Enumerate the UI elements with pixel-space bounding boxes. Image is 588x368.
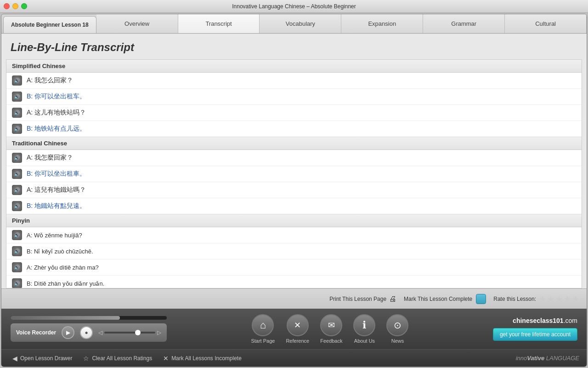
table-row: 🔊 A: Wǒ zěnme huíjiā?	[6, 227, 582, 243]
table-row: 🔊 A: 我怎麼回家？	[6, 150, 582, 166]
audio-play-button[interactable]: 🔊	[12, 153, 22, 163]
star-2[interactable]: ★	[547, 294, 554, 304]
star-4[interactable]: ★	[564, 294, 571, 304]
footer-brand: innoVative LANGUAGE	[516, 355, 579, 362]
audio-play-button[interactable]: 🔊	[12, 262, 22, 272]
voice-recorder-label: Voice Recorder	[16, 329, 56, 336]
audio-play-button[interactable]: 🔊	[12, 169, 22, 179]
audio-play-button[interactable]: 🔊	[12, 75, 22, 86]
close-button[interactable]	[4, 3, 10, 9]
table-row: 🔊 A: Zhèr yǒu dìtiě zhàn ma?	[6, 259, 582, 276]
nav-icons: ⌂ Start Page ✕ Reference ✉ Feedback ℹ Ab…	[251, 314, 408, 344]
star-rating: ★ ★ ★ ★ ★	[539, 294, 579, 304]
volume-slider[interactable]: ◁ ▷	[98, 329, 161, 336]
site-name: chineseclass101.com	[513, 317, 577, 324]
table-row: 🔊 B: 地铁站有点儿远。	[6, 121, 582, 137]
get-account-button[interactable]: get your free lifetime account	[493, 328, 577, 341]
news-label: News	[391, 338, 404, 344]
mark-all-incomplete-button[interactable]: ✕ Mark All Lessons Incomplete	[159, 353, 245, 364]
audio-play-button[interactable]: 🔊	[12, 230, 22, 240]
rate-lesson-section: Rate this Lesson: ★ ★ ★ ★ ★	[493, 294, 579, 304]
section-traditional-chinese: Traditional Chinese	[6, 137, 582, 150]
table-row: 🔊 B: 地鐵站有點兒遠。	[6, 198, 582, 214]
tab-overview[interactable]: Overview	[96, 14, 178, 33]
record-button[interactable]: ●	[80, 326, 93, 339]
recorder-controls: Voice Recorder ▶ ● ◁ ▷	[11, 323, 167, 342]
bottom-nav: Voice Recorder ▶ ● ◁ ▷ ⌂ Start Page ✕	[1, 309, 587, 349]
content-area: Line-By-Line Transcript Simplified Chine…	[1, 34, 587, 309]
nav-reference[interactable]: ✕ Reference	[286, 314, 309, 344]
table-row: 🔊 B: Dìtiě zhàn yǒu diǎnr yuǎn.	[6, 276, 582, 288]
tab-expansion[interactable]: Expansion	[341, 14, 423, 33]
mark-complete-button[interactable]: Mark This Lesson Complete	[404, 294, 486, 304]
transcript-scroll-area[interactable]: Simplified Chinese 🔊 A: 我怎么回家？ 🔊 B: 你可以坐…	[6, 59, 582, 288]
minimize-button[interactable]	[12, 3, 18, 9]
window-title: Innovative Language Chinese – Absolute B…	[232, 3, 356, 10]
recorder-progress-bar	[11, 316, 167, 320]
tab-bar: Absolute Beginner Lesson 18 Overview Tra…	[1, 14, 587, 34]
star-1[interactable]: ★	[539, 294, 546, 304]
start-page-label: Start Page	[251, 338, 275, 344]
star-5[interactable]: ★	[572, 294, 579, 304]
start-page-icon: ⌂	[252, 314, 274, 336]
x-icon: ✕	[163, 355, 169, 362]
mark-complete-label: Mark This Lesson Complete	[404, 296, 472, 302]
maximize-button[interactable]	[21, 3, 27, 9]
section-simplified-chinese: Simplified Chinese	[6, 60, 582, 73]
print-button[interactable]: Print This Lesson Page 🖨	[329, 295, 396, 303]
table-row: 🔊 B: 你可以坐出租車。	[6, 166, 582, 182]
table-row: 🔊 A: 我怎么回家？	[6, 73, 582, 89]
app-container: Absolute Beginner Lesson 18 Overview Tra…	[1, 14, 587, 367]
audio-play-button[interactable]: 🔊	[12, 201, 22, 211]
open-lesson-drawer-button[interactable]: ◀ Open Lesson Drawer	[9, 353, 76, 364]
audio-play-button[interactable]: 🔊	[12, 185, 22, 195]
feedback-icon: ✉	[320, 314, 342, 336]
page-title: Line-By-Line Transcript	[1, 34, 587, 59]
nav-news[interactable]: ⊙ News	[386, 314, 408, 344]
nav-feedback[interactable]: ✉ Feedback	[320, 314, 342, 344]
branding: chineseclass101.com get your free lifeti…	[493, 317, 577, 341]
reference-icon: ✕	[287, 314, 309, 336]
rate-label: Rate this Lesson:	[493, 296, 536, 302]
line-text: B: 地铁站有点儿远。	[27, 125, 86, 133]
tab-cultural[interactable]: Cultural	[505, 14, 587, 33]
section-pinyin: Pinyin	[6, 214, 582, 227]
slider-thumb[interactable]	[135, 330, 141, 335]
table-row: 🔊 A: 这儿有地铁站吗？	[6, 105, 582, 121]
tab-grammar[interactable]: Grammar	[423, 14, 505, 33]
lesson-tab[interactable]: Absolute Beginner Lesson 18	[3, 16, 96, 33]
table-row: 🔊 B: 你可以坐出租车。	[6, 89, 582, 105]
play-button[interactable]: ▶	[62, 326, 74, 339]
reference-label: Reference	[286, 338, 309, 344]
tab-transcript[interactable]: Transcript	[178, 14, 260, 33]
clear-ratings-button[interactable]: ☆ Clear All Lesson Ratings	[79, 353, 156, 364]
slider-track[interactable]	[104, 332, 155, 334]
line-text: A: Wǒ zěnme huíjiā?	[27, 232, 82, 239]
feedback-label: Feedback	[320, 338, 342, 344]
titlebar: Innovative Language Chinese – Absolute B…	[0, 0, 588, 13]
recorder-progress-fill	[11, 316, 120, 320]
drawer-icon: ◀	[12, 355, 17, 362]
traffic-lights	[4, 3, 27, 9]
about-us-icon: ℹ	[353, 314, 375, 336]
audio-play-button[interactable]: 🔊	[12, 108, 22, 118]
nav-about-us[interactable]: ℹ About Us	[353, 314, 375, 344]
line-text: B: Nǐ kěyǐ zuò chūzūchē.	[27, 248, 93, 255]
audio-play-button[interactable]: 🔊	[12, 246, 22, 256]
complete-checkbox[interactable]	[476, 294, 486, 304]
news-icon: ⊙	[386, 314, 408, 336]
audio-play-button[interactable]: 🔊	[12, 92, 22, 102]
audio-play-button[interactable]: 🔊	[12, 278, 22, 288]
nav-start-page[interactable]: ⌂ Start Page	[251, 314, 275, 344]
bottom-controls: Print This Lesson Page 🖨 Mark This Lesso…	[1, 288, 587, 309]
star-icon: ☆	[83, 355, 89, 362]
table-row: 🔊 A: 這兒有地鐵站嗎？	[6, 182, 582, 198]
star-3[interactable]: ★	[555, 294, 563, 304]
tab-vocabulary[interactable]: Vocabulary	[260, 14, 341, 33]
line-text: A: 我怎么回家？	[27, 76, 73, 85]
audio-play-button[interactable]: 🔊	[12, 124, 22, 134]
line-text: A: 这儿有地铁站吗？	[27, 109, 86, 117]
print-label: Print This Lesson Page	[329, 296, 386, 302]
voice-recorder: Voice Recorder ▶ ● ◁ ▷	[11, 316, 167, 342]
line-text: B: 地鐵站有點兒遠。	[27, 202, 86, 210]
